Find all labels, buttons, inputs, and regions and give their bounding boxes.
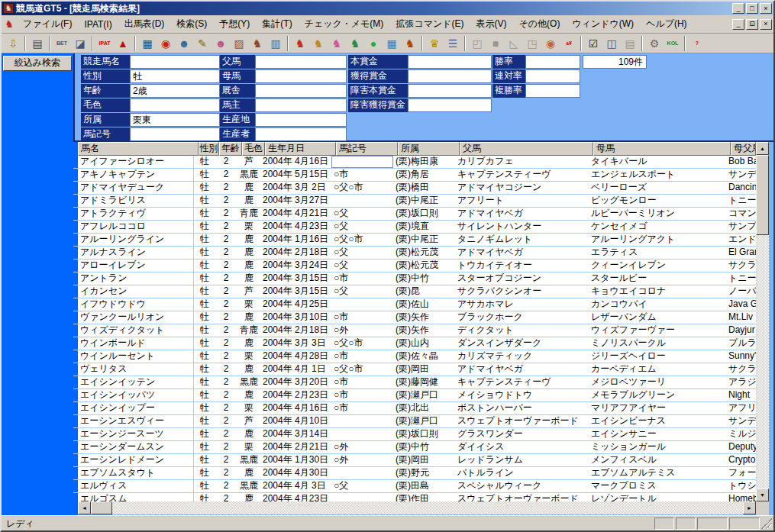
vertical-scrollbar[interactable]: ▲ ▼ (756, 142, 769, 501)
filter-input-breeder[interactable] (255, 127, 347, 141)
import-icon[interactable]: ⇩ (4, 35, 22, 52)
mdi-minimize-button[interactable]: _ (732, 19, 744, 30)
menu-item-others[interactable]: その他(O) (512, 15, 566, 33)
globe-search-icon[interactable]: ● (364, 35, 383, 52)
menu-item-check-memo[interactable]: チェック・メモ(M) (299, 15, 390, 33)
table-row[interactable]: アトラクティヴ牡2青鹿2004年 4月21日○父(栗)坂口則アドマイヤベガルビー… (73, 208, 756, 221)
table-row[interactable]: ヴァンクールリオン牡2鹿2004年 3月10日○市(栗)矢作ブラックホークレザー… (73, 311, 756, 324)
column-header-birthdate[interactable]: 生年月日 (265, 142, 336, 156)
menu-item-file[interactable]: ファイル(F) (17, 15, 78, 33)
table-row[interactable]: エイシンイッテン牡2黒鹿2004年 3月20日○市(栗)藤岡健キャプテンスティー… (73, 376, 756, 389)
table-row[interactable]: アドマイヤデューク牡2鹿2004年 3月 2日○父○市(栗)橋田アドマイヤコジー… (73, 182, 756, 195)
horizontal-scroll-track[interactable] (91, 501, 743, 514)
check-icon[interactable]: ☑ (584, 35, 602, 52)
table-row[interactable]: アドミラビリス牡2鹿2004年 3月27日(栗)中尾正アフリートビッグモンロート… (73, 195, 756, 208)
mdi-restore-button[interactable]: ⊡ (746, 19, 758, 30)
table-row[interactable]: アントラン牡2鹿2004年 3月15日○市(栗)中竹スターオブコジーンスタールビ… (73, 272, 756, 285)
table-row[interactable]: アフレルココロ牡2栗2004年 4月23日○父(栗)境直サイレントハンターケンセ… (73, 221, 756, 234)
palette-icon[interactable]: ◉ (541, 35, 560, 52)
menu-item-ipat[interactable]: IPAT(I) (78, 17, 118, 32)
filter-input-affiliation[interactable]: 栗東 (130, 113, 220, 127)
filter-input-sex[interactable]: 牡 (130, 69, 220, 83)
print-icon[interactable]: ▤ (28, 35, 47, 52)
table-row[interactable]: エルゴスム牡2鹿2004年 4月23日(栗)作田スウェプトオーヴァーボードレゾン… (73, 493, 756, 501)
trophy-search-icon[interactable]: ♛ (425, 35, 444, 52)
horizontal-scrollbar[interactable]: ◄ ► (78, 501, 756, 515)
kol-icon[interactable]: KOL (664, 35, 682, 52)
column-header-coat[interactable]: 毛色 (242, 142, 265, 156)
table-row[interactable]: エイシンイッパツ牡2鹿2004年 2月23日○市(栗)瀬戸口メイショウドトウメモ… (73, 389, 756, 402)
filter-input-prize-earned[interactable] (408, 69, 492, 83)
window-search-icon[interactable]: ◫ (602, 35, 621, 52)
monitor-icon[interactable]: ◪ (71, 35, 89, 52)
horse-run-icon[interactable]: ♞ (401, 35, 419, 52)
table-row[interactable]: ウインルーセント牡2栗2004年 4月28日○市(栗)佐々晶カリズマティックジリ… (73, 350, 756, 363)
table-row[interactable]: イカンセン牡2芦2004年 3月15日○父(栗)昆サクラバクシンオーキョウエイコ… (73, 285, 756, 298)
vertical-scroll-thumb[interactable] (756, 155, 769, 235)
money-icon[interactable]: ±¥ (560, 35, 578, 52)
grid-search-icon[interactable]: ▦ (383, 35, 401, 52)
menu-item-help[interactable]: ヘルプ(H) (640, 15, 693, 33)
filter-input-horse-name[interactable] (130, 55, 220, 69)
filter-input-win-rate[interactable] (525, 55, 580, 69)
table-row[interactable]: イフウドウドウ牡2栗2004年 4月25日(栗)佐山アサカホマレカンコウバイJa… (73, 298, 756, 311)
column-header-sex[interactable]: 性別 (199, 142, 219, 156)
bet-icon[interactable]: BET (53, 35, 71, 52)
scroll-down-icon[interactable]: ▼ (756, 488, 769, 501)
table-row[interactable]: ウィズディクタット牡2青鹿2004年 2月18日○外(栗)矢作ディクタットウィズ… (73, 324, 756, 337)
filter-input-birthplace[interactable] (255, 113, 347, 127)
table-row[interactable]: ヴェリタス牡2鹿2004年 4月 1日○父○市(栗)岡田アドマイヤベガカーペディ… (73, 363, 756, 376)
table-row[interactable]: アキノキャプテン牡2黒鹿2004年 5月15日○市(栗)角居キャプテンスティーヴ… (73, 169, 756, 182)
mdi-close-button[interactable]: × (760, 19, 772, 30)
filter-search-button[interactable]: 絞込み検索 (3, 56, 72, 71)
horse-gold-icon[interactable]: ♞ (309, 35, 328, 52)
column-header-sire[interactable]: 父馬 (460, 142, 593, 156)
table-row[interactable]: アイファーシロオー牡2芦2004年 4月16日(栗)梅田康カリブカフェタイキバー… (73, 156, 756, 169)
table-row[interactable]: アルナスライン牡2鹿2004年 2月18日○父(栗)松元茂アドマイヤベガエラティ… (73, 247, 756, 260)
table-row[interactable]: エーシンレドメーン牡2黒鹿2004年 1月30日○外(栗)岡田レッドランサムメン… (73, 454, 756, 467)
column-header-dam[interactable]: 母馬 (593, 142, 731, 156)
help-icon[interactable]: ? (688, 35, 706, 52)
table-row[interactable]: ウインボールド牡2鹿2004年 3月 3日○父○市(栗)山内ダンスインザダークミ… (73, 337, 756, 350)
filter-input-age[interactable]: 2歳 (130, 84, 220, 98)
odds-icon[interactable]: ◉ (157, 35, 175, 52)
form-edit-icon[interactable]: ▨ (230, 35, 248, 52)
filter-input-dam[interactable] (255, 69, 347, 83)
table-row[interactable]: アローイレブン牡2鹿2004年 3月24日○父(栗)松元茂トウカイテイオークィー… (73, 260, 756, 272)
filter-input-prize-jump-earned[interactable] (408, 98, 492, 112)
menu-item-extended-command[interactable]: 拡張コマンド(E) (389, 15, 470, 33)
horse-red-icon[interactable]: ♞ (291, 35, 309, 52)
horse-green-icon[interactable]: ♞ (346, 35, 364, 52)
menu-item-search[interactable]: 検索(S) (170, 15, 213, 33)
wrench-icon[interactable]: ⚙ (645, 35, 664, 52)
scroll-left-icon[interactable]: ◄ (78, 501, 91, 514)
comment-search-icon[interactable]: ☰ (444, 35, 462, 52)
filter-input-quinella-rate[interactable] (525, 69, 580, 83)
table-row[interactable]: エルヴィス牡2黒鹿2004年 4月 3日○父(栗)田島スペシャルウィークマークプ… (73, 480, 756, 493)
maximize-button[interactable]: □ (746, 3, 758, 14)
scroll-right-icon[interactable]: ► (743, 501, 756, 514)
menu-item-view[interactable]: 表示(V) (470, 15, 512, 33)
table-row[interactable]: エブソムスタウト牡2鹿2004年 4月30日(栗)野元バトルラインエブソムアルテ… (73, 467, 756, 480)
horizontal-scroll-thumb[interactable] (91, 501, 112, 514)
column-header-age[interactable]: 年齢 (219, 142, 242, 156)
table-row[interactable]: エーシンエスヴィー牡2芦2004年 4月10日(栗)瀬戸口スウェプトオーヴァーボ… (73, 415, 756, 428)
jockey-icon[interactable]: ☻ (175, 35, 193, 52)
scroll-up-icon[interactable]: ▲ (756, 142, 769, 155)
vertical-scroll-track[interactable] (756, 155, 769, 488)
menu-item-window[interactable]: ウィンドウ(W) (566, 15, 640, 33)
table-row[interactable]: エーシンジースーツ牡2鹿2004年 3月14日(栗)坂口則グラスワンダーエイシン… (73, 428, 756, 441)
table-row[interactable]: エーシンダームスン牡2栗2004年 2月21日○外(栗)中竹ダイイシスミッション… (73, 441, 756, 454)
filter-input-prize-jump-main[interactable] (408, 84, 492, 98)
column-header-mark[interactable]: 馬記号 (336, 142, 398, 156)
horse-search-icon[interactable]: ♞ (248, 35, 266, 52)
menu-item-forecast[interactable]: 予想(Y) (213, 15, 256, 33)
close-button[interactable]: × (760, 3, 772, 14)
table-row[interactable]: アルーリングライン牡2鹿2004年 1月16日○父○市(栗)中尾正タニノギムレッ… (73, 234, 756, 247)
filter-input-horse-mark[interactable] (130, 127, 220, 141)
filter-input-show-rate[interactable] (525, 84, 580, 98)
memo-icon[interactable]: ✎ (193, 35, 212, 52)
filter-input-sire[interactable] (255, 55, 347, 69)
ipat-icon[interactable]: IPAT (95, 35, 114, 52)
column-header-affiliation[interactable]: 所属 (398, 142, 460, 156)
